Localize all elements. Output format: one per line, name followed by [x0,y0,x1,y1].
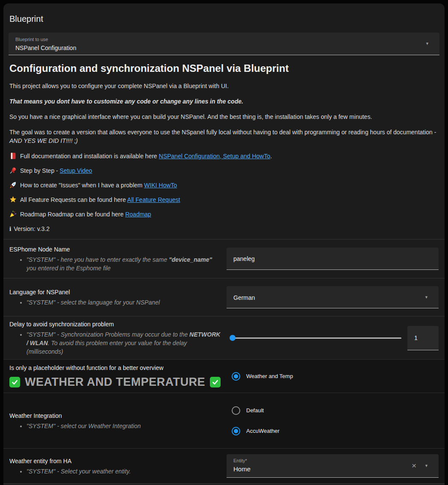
wiki-howto-link[interactable]: WIKI HowTo [144,182,177,189]
entity-field-value: Home [233,465,400,473]
row-esphome-node-name: ESPhome Node Name "SYSTEM" - here you ha… [3,239,445,278]
esphome-label: ESPhome Node Name [9,245,221,254]
language-description: "SYSTEM" - select the language for your … [27,298,221,307]
language-label: Language for NSPanel [9,288,221,296]
doc-link-prefix: Full documentation and installation is a… [20,153,159,160]
roadmap-link[interactable]: Roadmap [125,211,151,218]
setup-video-prefix: Step by Step - [20,167,60,174]
language-select-value: German [233,293,255,302]
intro-paragraph-4-text: The goal was to create a version that al… [9,129,436,136]
intro-paragraph-2: That means you dont have to customize an… [9,97,439,106]
roadmap-prefix: Roadmap Roadmap can be found here [20,211,125,218]
delay-number-input[interactable] [414,334,439,341]
radio-weather-and-temp[interactable]: Weather and Temp [227,372,439,381]
doc-link[interactable]: NSPanel Configuration, Setup and HowTo [159,153,271,160]
check-mark-icon [210,377,221,387]
page-title: Blueprint [3,3,445,24]
blueprint-select-value: NSPanel Configuration [15,44,422,52]
radio-accuweather[interactable]: AccuWeather [227,427,439,435]
delay-slider-track[interactable] [230,337,401,339]
delay-description: "SYSTEM" - Synchronization Problems may … [27,330,221,356]
entity-field-label: Entity* [233,458,400,464]
intro-paragraph-4: The goal was to create a version that al… [9,128,439,145]
chevron-down-icon: ▼ [424,464,428,468]
delay-slider[interactable] [230,335,401,341]
clear-icon[interactable]: × [412,461,416,470]
delay-number-wrap [407,326,439,350]
doc-link-suffix: . [270,153,272,160]
entity-label: Weather entity from HA [9,457,221,465]
delay-label: Delay to avoid synchronization problem [9,320,221,328]
placeholder-label: Is only a placeholder without function f… [9,364,221,372]
blueprint-card: Blueprint Blueprint to use NSPanel Confi… [3,3,445,485]
integration-description: "SYSTEM" - select our Weather Integratio… [27,422,221,430]
version-line: iVersion: v.3.2 [9,225,439,233]
language-select[interactable]: German ▼ [227,286,439,308]
intro-paragraph-4-emphasis: AND YES WE DID IT!!!! ;) [9,137,78,144]
chevron-down-icon: ▼ [425,41,429,46]
blueprint-select-label: Blueprint to use [15,36,422,42]
wiki-howto-prefix: How to create "Issues" when I have a pro… [20,182,144,189]
party-popper-icon [9,210,17,218]
radio-selected-icon[interactable] [232,372,240,381]
check-mark-icon [9,377,20,387]
star-icon [9,196,17,203]
wiki-howto-line: How to create "Issues" when I have a pro… [9,181,439,189]
intro-paragraph-3: So you have a nice graphical interface w… [9,112,439,121]
placeholder-big-text: WEATHER AND TEMPERATURE [25,375,205,389]
setup-video-link[interactable]: Setup Video [60,167,92,174]
pushpin-icon [9,167,17,174]
blueprint-select[interactable]: Blueprint to use NSPanel Configuration ▼ [9,33,439,55]
rocket-icon [9,181,17,189]
info-icon: i [9,225,11,232]
roadmap-line: Roadmap Roadmap can be found here Roadma… [9,210,439,219]
row-delay: Delay to avoid synchronization problem "… [3,316,445,359]
radio-unselected-icon[interactable] [232,406,240,415]
esphome-node-name-input-wrap [227,248,439,270]
feature-request-link[interactable]: All Feature Request [127,196,180,203]
intro-section: Configuration and synchronization NSPane… [3,62,445,233]
doc-link-line: Full documentation and installation is a… [9,152,439,160]
chevron-down-icon: ▼ [424,295,428,299]
row-weather-entity: Weather entity from HA "SYSTEM" - Select… [3,448,445,483]
row-weather-integration: Weather Integration "SYSTEM" - select ou… [3,393,445,448]
weather-entity-picker[interactable]: Entity* Home × ▼ [227,454,439,478]
intro-heading: Configuration and synchronization NSPane… [9,62,439,75]
intro-paragraph-1: This project allows you to configure you… [9,82,439,90]
row-weather-placeholder: Is only a placeholder without function f… [3,359,445,393]
book-icon [9,152,17,160]
row-language: Language for NSPanel "SYSTEM" - select t… [3,278,445,316]
feature-request-line: All Feature Requests can be found here A… [9,195,439,204]
delay-slider-thumb[interactable] [230,335,236,341]
esphome-node-name-input[interactable] [233,255,432,262]
radio-default[interactable]: Default [227,406,439,415]
radio-selected-icon[interactable] [232,427,240,435]
next-row-edge [3,483,445,485]
setup-video-line: Step by Step - Setup Video [9,166,439,175]
integration-label: Weather Integration [9,411,221,420]
feature-request-prefix: All Feature Requests can be found here [20,196,127,203]
esphome-description: "SYSTEM" - here you have to enter exactl… [27,255,221,272]
version-text: Version: v.3.2 [14,225,50,232]
entity-description: "SYSTEM" - Select your weather entity. [27,467,221,476]
